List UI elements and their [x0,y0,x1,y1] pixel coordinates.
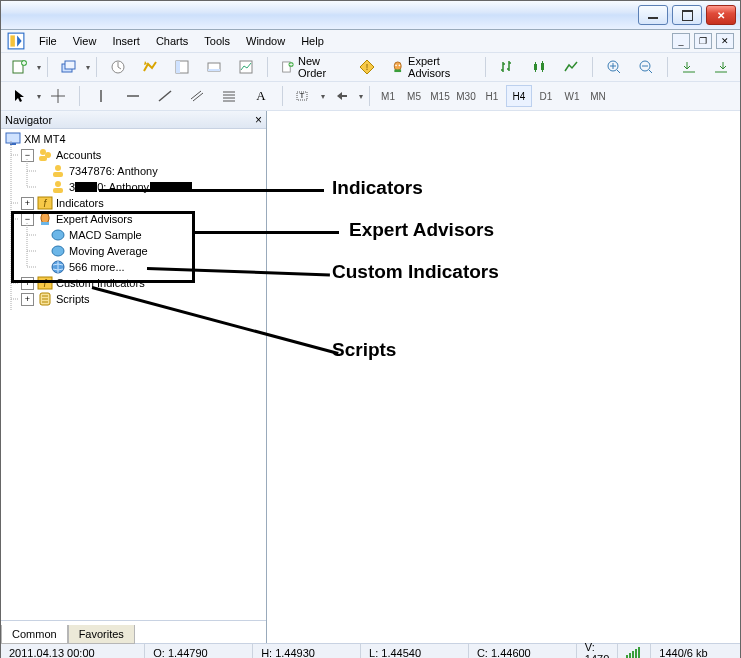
callout-line [193,231,339,234]
svg-rect-1 [10,35,15,46]
line-chart-button[interactable] [556,55,586,79]
expand-icon[interactable]: + [21,293,34,306]
svg-rect-10 [208,69,220,71]
menu-file[interactable]: File [31,33,65,49]
window-maximize-button[interactable] [672,5,702,25]
timeframe-mn[interactable]: MN [586,86,610,106]
menu-view[interactable]: View [65,33,105,49]
tree-account-1[interactable]: 7347876: Anthony [3,163,264,179]
timeframe-w1[interactable]: W1 [560,86,584,106]
svg-rect-46 [53,188,63,193]
trendline-button[interactable] [150,84,180,108]
ea-head-icon [37,211,53,227]
navigator-close-button[interactable]: × [255,113,262,127]
svg-point-40 [40,149,46,155]
timeframe-m1[interactable]: M1 [376,86,400,106]
collapse-icon[interactable]: − [21,149,34,162]
svg-rect-5 [65,61,75,69]
callout-indicators: Indicators [332,177,423,199]
expand-icon[interactable]: + [21,277,34,290]
application-window: ✕ File View Insert Charts Tools Window H… [0,0,741,658]
svg-rect-20 [541,63,544,70]
tree-expert-advisors[interactable]: − Expert Advisors [3,211,264,227]
collapse-icon[interactable]: − [21,213,34,226]
horizontal-line-button[interactable] [118,84,148,108]
callout-line [99,189,324,192]
svg-point-45 [55,181,61,187]
market-watch-button[interactable] [103,55,133,79]
timeframe-m30[interactable]: M30 [454,86,478,106]
navigator-toggle-button[interactable] [167,55,197,79]
callout-scripts: Scripts [332,339,396,361]
profiles-button[interactable] [54,55,84,79]
candle-chart-button[interactable] [524,55,554,79]
chart-shift-button[interactable] [706,55,736,79]
tree-ea-macd[interactable]: MACD Sample [3,227,264,243]
title-bar: ✕ [1,1,740,30]
menu-tools[interactable]: Tools [196,33,238,49]
chart-area: Indicators Expert Advisors Custom Indica… [267,111,740,643]
auto-scroll-button[interactable] [674,55,704,79]
tree-root[interactable]: XM MT4 [3,131,264,147]
svg-rect-60 [638,647,640,658]
bar-chart-button[interactable] [492,55,522,79]
tab-favorites[interactable]: Favorites [68,625,135,644]
menu-window[interactable]: Window [238,33,293,49]
timeframe-m15[interactable]: M15 [428,86,452,106]
text-button[interactable]: A [246,84,276,108]
expand-icon[interactable]: + [21,197,34,210]
tree-ea-moving-average[interactable]: Moving Average [3,243,264,259]
window-minimize-button[interactable] [638,5,668,25]
mdi-restore-button[interactable]: ❐ [694,33,712,49]
metaeditor-button[interactable]: ! [352,55,382,79]
tree-indicators[interactable]: + f Indicators [3,195,264,211]
connection-signal-icon [618,644,651,658]
channel-button[interactable] [182,84,212,108]
timeframe-h4[interactable]: H4 [506,85,532,107]
window-close-button[interactable]: ✕ [706,5,736,25]
strategy-tester-button[interactable] [231,55,261,79]
svg-rect-49 [41,222,49,225]
data-window-button[interactable] [135,55,165,79]
timeframe-m5[interactable]: M5 [402,86,426,106]
menu-charts[interactable]: Charts [148,33,196,49]
tree-accounts[interactable]: − Accounts [3,147,264,163]
ea-brain-icon [50,227,66,243]
app-logo-icon [7,32,25,50]
callout-expert-advisors: Expert Advisors [349,219,494,241]
new-chart-button[interactable] [5,55,35,79]
timeframe-h1[interactable]: H1 [480,86,504,106]
tree-custom-indicators[interactable]: + f Custom Indicators [3,275,264,291]
status-date: 2011.04.13 00:00 [1,644,145,658]
tab-common[interactable]: Common [1,625,68,644]
menu-help[interactable]: Help [293,33,332,49]
svg-rect-38 [6,133,20,143]
zoom-in-button[interactable] [599,55,629,79]
cursor-button[interactable] [5,84,35,108]
navigator-title: Navigator [5,114,52,126]
scroll-icon [37,291,53,307]
status-connection: 1440/6 kb [651,644,740,658]
mdi-close-button[interactable]: ✕ [716,33,734,49]
tree-account-2[interactable]: 30: Anthony [3,179,264,195]
new-order-button[interactable]: New Order [274,55,350,79]
timeframe-d1[interactable]: D1 [534,86,558,106]
navigator-title-bar: Navigator × [1,111,266,129]
menu-bar: File View Insert Charts Tools Window Hel… [1,30,740,53]
zoom-out-button[interactable] [631,55,661,79]
menu-insert[interactable]: Insert [104,33,148,49]
drawing-toolbar: ▾ A T ▾ ▾ M1 M5 M15 M30 H1 H4 D1 W1 MN [1,82,740,111]
fibonacci-button[interactable] [214,84,244,108]
svg-point-50 [52,230,64,240]
status-high: H: 1.44930 [253,644,361,658]
terminal-button[interactable] [199,55,229,79]
expert-advisors-button[interactable]: Expert Advisors [384,55,480,79]
vertical-line-button[interactable] [86,84,116,108]
text-label-button[interactable]: T [289,84,319,108]
svg-rect-42 [39,156,47,161]
crosshair-button[interactable] [43,84,73,108]
svg-point-17 [398,64,400,66]
svg-rect-18 [394,70,401,73]
mdi-minimize-button[interactable]: _ [672,33,690,49]
arrows-button[interactable] [327,84,357,108]
